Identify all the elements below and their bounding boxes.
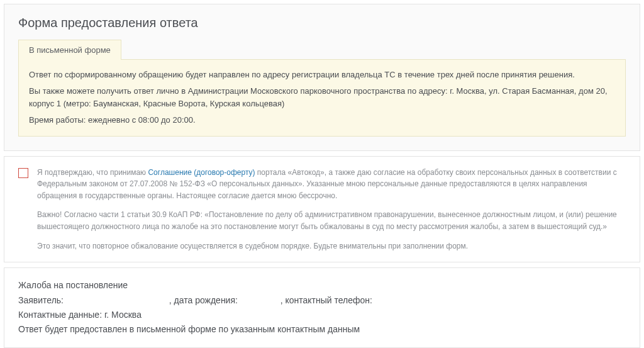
agreement-prefix: Я подтверждаю, что принимаю xyxy=(37,168,148,177)
agreement-link[interactable]: Соглашение (договор-оферту) xyxy=(148,168,255,177)
phone-label: , контактный телефон: xyxy=(280,295,372,305)
agreement-panel: Я подтверждаю, что принимаю Соглашение (… xyxy=(4,156,640,263)
summary-delivery-note: Ответ будет предоставлен в письменной фо… xyxy=(18,322,626,336)
notice-line-2: Вы также можете получить ответ лично в А… xyxy=(29,85,615,110)
agreement-important: Важно! Согласно части 1 статьи 30.9 КоАП… xyxy=(37,209,626,232)
notice-line-3: Время работы: ежедневно с 08:00 до 20:00… xyxy=(29,114,615,126)
applicant-label: Заявитель: xyxy=(18,295,64,305)
summary-heading: Жалоба на постановление xyxy=(18,278,626,292)
notice-line-1: Ответ по сформированному обращению будет… xyxy=(29,69,615,81)
response-form-panel: Форма предоставления ответа В письменной… xyxy=(4,4,640,151)
contacts-label: Контактные данные: xyxy=(18,310,102,320)
written-form-notice: Ответ по сформированному обращению будет… xyxy=(18,59,626,137)
tab-written-form[interactable]: В письменной форме xyxy=(18,40,121,60)
contacts-value: г. Москва xyxy=(104,310,142,320)
agreement-checkbox[interactable] xyxy=(18,168,28,178)
agreement-reappeal-note: Это значит, что повторное обжалование ос… xyxy=(37,240,626,252)
page-title: Форма предоставления ответа xyxy=(18,16,626,30)
summary-contacts-row: Контактные данные: г. Москва xyxy=(18,308,626,322)
agreement-text: Я подтверждаю, что принимаю Соглашение (… xyxy=(37,167,626,252)
dob-label: , дата рождения: xyxy=(169,295,238,305)
summary-panel: Жалоба на постановление Заявитель: , дат… xyxy=(4,267,640,348)
summary-applicant-row: Заявитель: , дата рождения: , контактный… xyxy=(18,293,626,307)
